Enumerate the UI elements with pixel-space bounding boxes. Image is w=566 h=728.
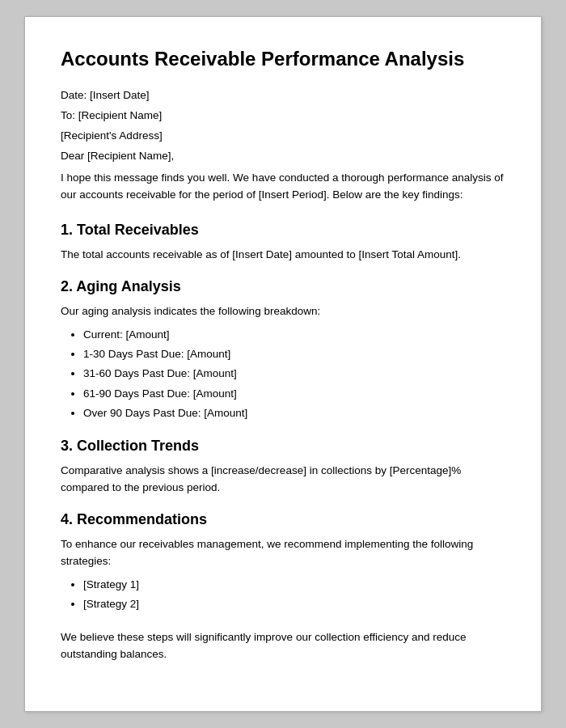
section-4-body: To enhance our receivables management, w… [61,536,505,570]
section-4-heading: 4. Recommendations [61,511,505,528]
intro-paragraph: I hope this message finds you well. We h… [61,170,505,204]
greeting-line: Dear [Recipient Name], [61,150,505,162]
list-item: Current: [Amount] [83,325,505,345]
section-2-body: Our aging analysis indicates the followi… [61,303,505,320]
section-3-body: Comparative analysis shows a [increase/d… [61,463,505,497]
list-item: 31-60 Days Past Due: [Amount] [83,364,505,383]
section-aging-analysis: 2. Aging Analysis Our aging analysis ind… [61,278,505,423]
section-total-receivables: 1. Total Receivables The total accounts … [61,222,505,264]
document-container: Accounts Receivable Performance Analysis… [24,16,542,712]
address-line: [Recipient's Address] [61,129,505,142]
aging-list: Current: [Amount] 1-30 Days Past Due: [A… [83,325,505,423]
document-title: Accounts Receivable Performance Analysis [61,46,505,71]
section-collection-trends: 3. Collection Trends Comparative analysi… [61,438,505,497]
section-3-heading: 3. Collection Trends [61,438,505,455]
list-item: Over 90 Days Past Due: [Amount] [83,404,505,423]
section-recommendations: 4. Recommendations To enhance our receiv… [61,511,505,614]
section-1-heading: 1. Total Receivables [61,222,505,239]
list-item: [Strategy 1] [83,575,505,595]
to-line: To: [Recipient Name] [61,109,505,121]
date-line: Date: [Insert Date] [61,89,505,101]
list-item: 61-90 Days Past Due: [Amount] [83,384,505,404]
strategy-list: [Strategy 1] [Strategy 2] [83,575,505,615]
section-2-heading: 2. Aging Analysis [61,278,505,295]
list-item: 1-30 Days Past Due: [Amount] [83,345,505,364]
section-1-body: The total accounts receivable as of [Ins… [61,247,505,264]
closing-paragraph: We believe these steps will significantl… [61,629,505,663]
list-item: [Strategy 2] [83,595,505,614]
